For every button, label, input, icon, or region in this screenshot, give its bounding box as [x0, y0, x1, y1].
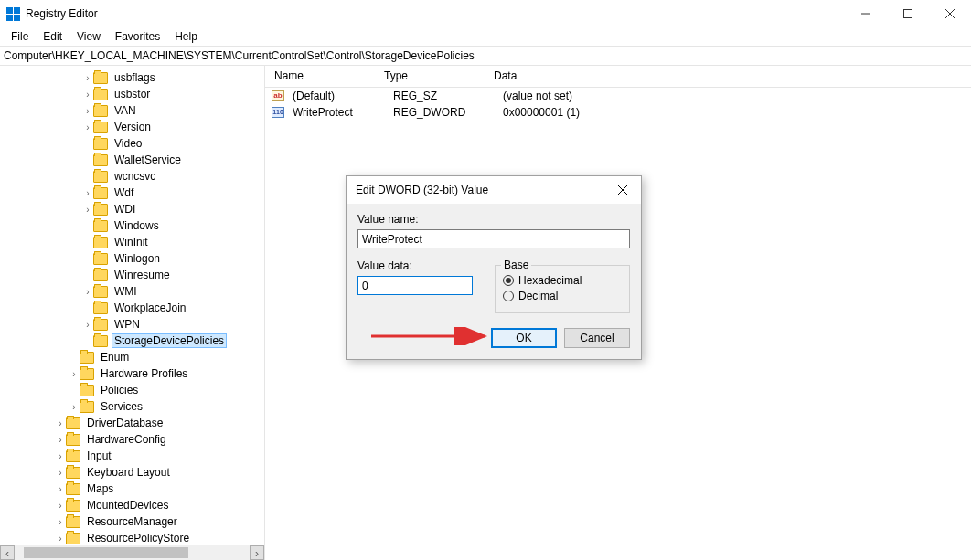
scroll-track[interactable]	[15, 545, 250, 560]
expand-icon[interactable]: ›	[55, 534, 66, 544]
tree-node[interactable]: Winlogon	[0, 250, 264, 267]
menu-help[interactable]: Help	[167, 28, 205, 45]
tree-node[interactable]: ›Maps	[0, 481, 264, 497]
tree-node[interactable]: ›Version	[0, 119, 264, 135]
tree-node[interactable]: WorkplaceJoin	[0, 300, 264, 316]
tree-node[interactable]: WalletService	[0, 152, 264, 168]
folder-icon	[66, 417, 80, 429]
tree-node[interactable]: ›Keyboard Layout	[0, 464, 264, 481]
tree-node[interactable]: ›WDI	[0, 201, 264, 217]
expand-icon[interactable]: ›	[55, 468, 66, 478]
tree-node[interactable]: Video	[0, 135, 264, 152]
tree-node[interactable]: ›VAN	[0, 102, 264, 119]
folder-icon	[93, 105, 108, 117]
tree-node[interactable]: ›WMI	[0, 283, 264, 300]
expand-icon[interactable]: ›	[82, 287, 93, 297]
value-data-input[interactable]	[357, 276, 473, 295]
tree-node[interactable]: ›HardwareConfig	[0, 431, 264, 448]
tree-node[interactable]: ›Hardware Profiles	[0, 365, 264, 382]
tree-node-label: StorageDevicePolicies	[112, 333, 227, 348]
radio-decimal[interactable]: Decimal	[503, 290, 622, 302]
menu-edit[interactable]: Edit	[36, 28, 69, 45]
scroll-thumb[interactable]	[24, 547, 188, 558]
tree-node-label: WinInit	[112, 235, 151, 249]
reg-sz-icon: ab	[272, 90, 284, 101]
menu-file[interactable]: File	[4, 28, 36, 45]
tree-node-label: MountedDevices	[84, 498, 171, 512]
expand-icon[interactable]: ›	[69, 369, 80, 379]
window-title: Registry Editor	[26, 7, 845, 20]
col-data[interactable]: Data	[485, 66, 971, 87]
tree-node[interactable]: ›Input	[0, 448, 264, 464]
tree-node-label: WMI	[112, 284, 140, 299]
expand-icon[interactable]: ›	[82, 205, 93, 215]
scroll-right-button[interactable]: ›	[250, 545, 264, 560]
tree-node[interactable]: ›ResourceManager	[0, 513, 264, 530]
expand-icon[interactable]: ›	[82, 73, 93, 83]
minimize-button[interactable]	[845, 0, 887, 27]
tree-node[interactable]: ›Wdf	[0, 185, 264, 201]
value-name-input[interactable]	[357, 229, 630, 248]
expand-icon[interactable]: ›	[82, 122, 93, 132]
list-row[interactable]: 110WriteProtectREG_DWORD0x00000001 (1)	[265, 104, 971, 121]
tree-node[interactable]: ›usbstor	[0, 86, 264, 102]
list-header[interactable]: Name Type Data	[265, 66, 971, 88]
tree-node-label: WorkplaceJoin	[112, 301, 188, 315]
row-icon: ab	[271, 89, 285, 103]
folder-icon	[80, 385, 94, 396]
radio-hexadecimal[interactable]: Hexadecimal	[503, 274, 622, 287]
menu-view[interactable]: View	[69, 28, 108, 45]
tree-node[interactable]: StorageDevicePolicies	[0, 333, 264, 349]
tree-node[interactable]: ›ResourcePolicyStore	[0, 530, 264, 545]
dialog-close-button[interactable]	[604, 176, 641, 204]
tree-node[interactable]: WinInit	[0, 234, 264, 250]
expand-icon[interactable]: ›	[55, 451, 66, 461]
tree-node[interactable]: ›DriverDatabase	[0, 415, 264, 431]
menu-favorites[interactable]: Favorites	[108, 28, 167, 45]
address-text: Computer\HKEY_LOCAL_MACHINE\SYSTEM\Curre…	[4, 49, 475, 62]
tree-node[interactable]: ›MountedDevices	[0, 497, 264, 513]
tree-node-label: Version	[112, 120, 154, 134]
registry-tree[interactable]: ›usbflags›usbstor›VAN›VersionVideoWallet…	[0, 66, 264, 545]
dialog-titlebar[interactable]: Edit DWORD (32-bit) Value	[347, 176, 641, 204]
tree-node-label: Hardware Profiles	[98, 366, 190, 381]
expand-icon[interactable]: ›	[69, 402, 80, 412]
expand-icon[interactable]: ›	[82, 106, 93, 116]
expand-icon[interactable]: ›	[82, 188, 93, 198]
expand-icon[interactable]: ›	[55, 435, 66, 445]
tree-node[interactable]: Policies	[0, 382, 264, 398]
tree-node-label: DriverDatabase	[84, 416, 165, 430]
address-bar[interactable]: Computer\HKEY_LOCAL_MACHINE\SYSTEM\Curre…	[0, 46, 971, 66]
close-button[interactable]	[929, 0, 971, 27]
cancel-button[interactable]: Cancel	[564, 328, 630, 348]
expand-icon[interactable]: ›	[55, 484, 66, 494]
col-name[interactable]: Name	[265, 66, 375, 87]
expand-icon[interactable]: ›	[82, 90, 93, 100]
cell-type: REG_SZ	[389, 90, 499, 102]
expand-icon[interactable]: ›	[55, 501, 66, 511]
list-rows: ab(Default)REG_SZ(value not set)110Write…	[265, 88, 971, 121]
ok-button[interactable]: OK	[491, 328, 557, 348]
expand-icon[interactable]: ›	[55, 517, 66, 527]
tree-node[interactable]: wcncsvc	[0, 168, 264, 185]
tree-node[interactable]: Windows	[0, 217, 264, 234]
tree-node[interactable]: Winresume	[0, 267, 264, 283]
folder-icon	[66, 500, 80, 512]
folder-icon	[66, 516, 80, 528]
tree-node[interactable]: ›usbflags	[0, 69, 264, 86]
tree-node[interactable]: ›WPN	[0, 316, 264, 333]
tree-node-label: usbflags	[112, 70, 158, 85]
expand-icon[interactable]: ›	[82, 320, 93, 330]
tree-node[interactable]: ›Services	[0, 398, 264, 415]
col-type[interactable]: Type	[375, 66, 485, 87]
menubar: File Edit View Favorites Help	[0, 27, 971, 46]
value-data-label: Value data:	[357, 259, 476, 272]
maximize-button[interactable]	[887, 0, 929, 27]
tree-node-label: ResourceManager	[84, 514, 180, 529]
list-row[interactable]: ab(Default)REG_SZ(value not set)	[265, 88, 971, 104]
expand-icon[interactable]: ›	[55, 418, 66, 428]
horizontal-scrollbar[interactable]: ‹ ›	[0, 545, 264, 560]
scroll-left-button[interactable]: ‹	[0, 545, 15, 560]
tree-node[interactable]: Enum	[0, 349, 264, 365]
folder-icon	[93, 171, 108, 183]
